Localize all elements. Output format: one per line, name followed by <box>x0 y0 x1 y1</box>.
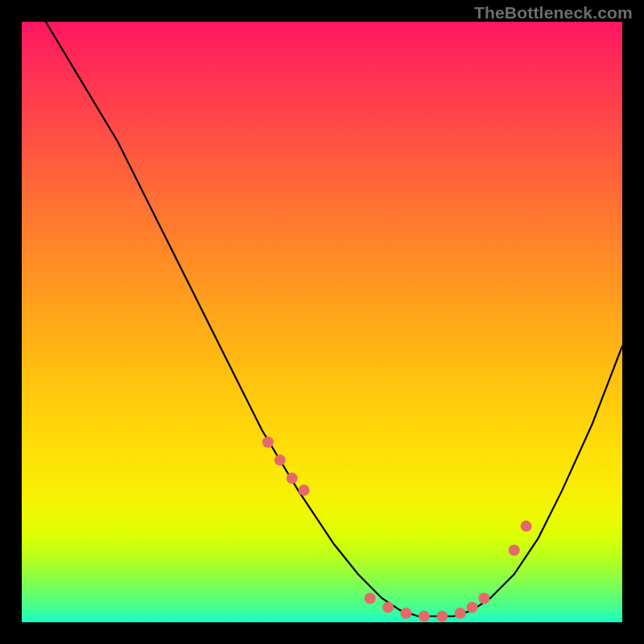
highlight-dot <box>509 545 520 556</box>
highlight-dot <box>521 521 532 532</box>
highlight-dot <box>262 436 274 448</box>
highlight-dot <box>275 455 286 466</box>
outer-frame: TheBottleneck.com <box>0 0 644 644</box>
highlight-dots-group <box>262 436 532 621</box>
highlight-dot <box>299 485 310 496</box>
highlight-dot <box>467 601 478 613</box>
bottleneck-curve <box>46 22 622 617</box>
highlight-dot <box>419 611 430 622</box>
highlight-dot <box>455 608 466 619</box>
highlight-dot <box>382 601 394 613</box>
highlight-dot <box>287 473 298 484</box>
chart-svg <box>22 22 622 622</box>
highlight-dot <box>478 592 489 604</box>
watermark-text: TheBottleneck.com <box>474 3 633 23</box>
highlight-dot <box>400 608 411 619</box>
highlight-dot <box>436 611 448 622</box>
highlight-dot <box>365 592 376 604</box>
